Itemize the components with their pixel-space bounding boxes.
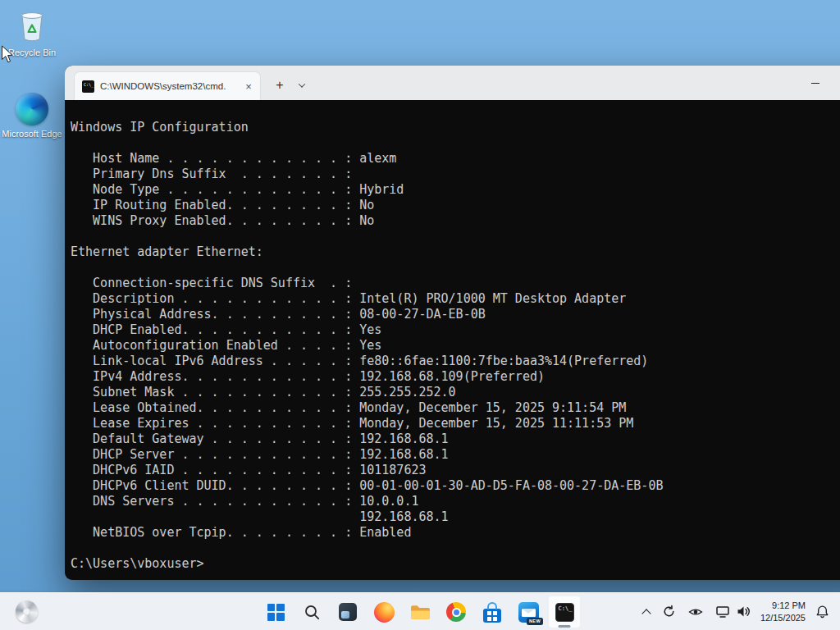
terminal-line: IP Routing Enabled. . . . . . . . : No [71,198,840,213]
terminal-output[interactable]: Windows IP Configuration Host Name . . .… [65,100,840,580]
desktop-icon-label: Recycle Bin [8,48,56,59]
terminal-line [71,260,840,276]
terminal-line: Autoconfiguration Enabled . . . . : Yes [71,338,840,354]
taskbar-tray: 9:12 PM 12/15/2025 [641,593,832,630]
outlook-button[interactable]: NEW [512,596,545,628]
search-icon [304,604,321,621]
terminal-line [71,541,840,556]
task-view-button[interactable] [331,596,364,628]
terminal-line: Physical Address. . . . . . . . . : 08-0… [71,307,840,322]
terminal-titlebar[interactable]: C:\_ C:\WINDOWS\system32\cmd. × + × [65,66,840,100]
terminal-line: 192.168.68.1 [71,509,840,525]
recycle-bin-icon [16,7,48,44]
cmd-icon: C:\_ [82,80,94,93]
file-explorer-icon [410,604,431,621]
terminal-prompt-line: C:\Users\vboxuser> [71,556,840,572]
microsoft-store-button[interactable] [476,596,509,628]
hidden-icons-button[interactable] [641,599,652,625]
outlook-new-badge: NEW [527,618,542,625]
start-button[interactable] [259,596,292,628]
cmd-icon: C:\_ [555,603,574,622]
terminal-line: Lease Obtained. . . . . . . . . . : Mond… [71,400,840,416]
mouse-cursor [1,45,15,65]
terminal-line: WINS Proxy Enabled. . . . . . . . : No [71,213,840,229]
copilot-icon [16,600,38,623]
network-icon [715,605,730,619]
terminal-line: Lease Expires . . . . . . . . . . : Mond… [71,416,840,431]
copilot-button[interactable] [12,596,40,628]
tray-eye-button[interactable] [686,599,705,625]
new-tab-button[interactable]: + [269,75,290,96]
taskbar-left [12,593,40,630]
desktop-icon-label: Microsoft Edge [2,129,62,140]
file-explorer-button[interactable] [404,596,436,628]
desktop[interactable]: Recycle Bin Microsoft Edge C:\_ C:\WINDO… [0,0,840,630]
terminal-line: NetBIOS over Tcpip. . . . . . . . : Enab… [71,525,840,541]
running-app-indicator [559,625,571,628]
terminal-taskbar-button[interactable]: C:\_ [548,596,581,628]
terminal-line: Primary Dns Suffix . . . . . . . : [71,167,840,182]
terminal-line: Link-local IPv6 Address . . . . . : fe80… [71,354,840,369]
terminal-line: Connection-specific DNS Suffix . : [71,276,840,291]
terminal-line [71,135,840,151]
terminal-line: DHCPv6 IAID . . . . . . . . . . . : 1011… [71,463,840,478]
taskbar: NEW C:\_ [0,592,840,630]
tab-dropdown-button[interactable] [292,75,312,96]
terminal-line: DNS Servers . . . . . . . . . . . : 10.0… [71,494,840,509]
windows-logo-icon [267,604,285,621]
firefox-button[interactable] [368,596,400,628]
terminal-line: Node Type . . . . . . . . . . . . : Hybr… [71,182,840,198]
task-view-icon [339,603,357,621]
clock-date: 12/15/2025 [760,612,806,624]
tab-close-icon[interactable]: × [240,78,257,94]
terminal-line: Ethernet adapter Ethernet: [71,244,840,260]
firefox-icon [374,602,395,623]
terminal-window: C:\_ C:\WINDOWS\system32\cmd. × + × Wind… [65,66,840,580]
notification-center-button[interactable] [813,599,832,625]
desktop-icon-edge[interactable]: Microsoft Edge [1,93,63,140]
chrome-button[interactable] [440,596,472,628]
terminal-line: Description . . . . . . . . . . . : Inte… [71,291,840,307]
window-caption-buttons: × [797,66,840,100]
minimize-icon [811,83,819,84]
terminal-line: Default Gateway . . . . . . . . . : 192.… [71,431,840,447]
terminal-line: Subnet Mask . . . . . . . . . . . : 255.… [71,385,840,400]
search-button[interactable] [295,596,328,628]
tab-title: C:\WINDOWS\system32\cmd. [100,81,235,91]
sync-icon [662,605,676,619]
chrome-icon [446,602,466,622]
chevron-down-icon [299,80,305,87]
terminal-line: Windows IP Configuration [71,120,840,135]
outlook-icon: NEW [518,602,539,623]
terminal-line [71,229,840,244]
tray-sync-button[interactable] [660,599,678,625]
volume-icon [736,605,751,619]
maximize-button[interactable] [834,66,840,100]
terminal-tab[interactable]: C:\_ C:\WINDOWS\system32\cmd. × [74,71,261,100]
eye-icon [688,605,703,619]
terminal-line: DHCP Server . . . . . . . . . . . : 192.… [71,447,840,463]
clock-time: 9:12 PM [760,600,806,612]
terminal-line: DHCP Enabled. . . . . . . . . . . : Yes [71,322,840,338]
chevron-up-icon [641,609,651,618]
taskbar-center: NEW C:\_ [259,596,581,628]
edge-icon [16,93,48,126]
microsoft-store-icon [482,601,502,623]
terminal-line: IPv4 Address. . . . . . . . . . . : 192.… [71,369,840,385]
bell-icon [815,605,829,619]
quick-settings-button[interactable] [713,599,753,625]
terminal-line: Host Name . . . . . . . . . . . . : alex… [71,151,840,167]
clock-button[interactable]: 9:12 PM 12/15/2025 [760,600,806,624]
terminal-line: DHCPv6 Client DUID. . . . . . . . : 00-0… [71,478,840,494]
minimize-button[interactable] [797,66,834,100]
